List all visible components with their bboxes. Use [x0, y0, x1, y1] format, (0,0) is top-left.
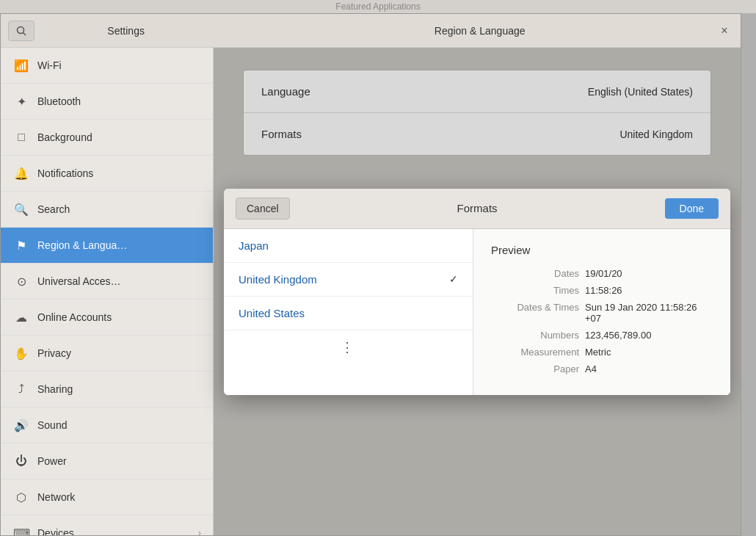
devices-icon: ⌨	[12, 524, 30, 535]
preview-val-1: 11:58:26	[585, 285, 622, 296]
preview-row-4: MeasurementMetric	[491, 347, 713, 358]
sidebar-item-label-background: Background	[37, 131, 92, 143]
dialog-preview: Preview Dates19/01/20Times11:58:26Dates …	[473, 229, 730, 395]
sidebar-item-label-bluetooth: Bluetooth	[37, 95, 81, 107]
sound-icon: 🔊	[12, 416, 30, 434]
main-content: LanguageEnglish (United States)FormatsUn…	[214, 48, 741, 535]
preview-key-5: Paper	[491, 363, 579, 374]
sharing-icon: ⤴	[12, 380, 30, 398]
sidebar-item-background[interactable]: □Background	[1, 120, 213, 156]
dialog-list-item-1[interactable]: United Kingdom✓	[224, 263, 473, 297]
preview-row-0: Dates19/01/20	[491, 268, 713, 279]
preview-key-2: Dates & Times	[491, 302, 579, 324]
preview-val-3: 123,456,789.00	[585, 330, 651, 341]
sidebar-item-label-network: Network	[37, 491, 75, 503]
sidebar-item-label-universal: Universal Acces…	[37, 275, 121, 287]
sidebar: 📶Wi-Fi✦Bluetooth□Background🔔Notification…	[1, 48, 214, 535]
chevron-right-icon: ›	[198, 528, 201, 535]
dialog-list-more-button[interactable]: ⋮	[224, 330, 473, 364]
wifi-icon: 📶	[12, 57, 30, 74]
sidebar-item-label-devices: Devices	[37, 527, 74, 535]
preview-row-3: Numbers123,456,789.00	[491, 330, 713, 341]
sidebar-item-universal[interactable]: ⊙Universal Acces…	[1, 264, 213, 300]
sidebar-item-wifi[interactable]: 📶Wi-Fi	[1, 48, 213, 84]
sidebar-item-label-privacy: Privacy	[37, 347, 71, 359]
title-bar: Settings Region & Language ×	[1, 14, 741, 48]
notifications-icon: 🔔	[12, 164, 30, 182]
preview-key-1: Times	[491, 285, 579, 296]
cancel-button[interactable]: Cancel	[236, 198, 290, 220]
dialog-list-item-label-0: Japan	[239, 239, 269, 252]
checkmark-icon: ✓	[449, 273, 458, 285]
sidebar-item-label-wifi: Wi-Fi	[37, 59, 62, 71]
preview-key-3: Numbers	[491, 330, 579, 341]
dialog-header: Cancel Formats Done	[224, 189, 730, 229]
network-icon: ⬡	[12, 488, 30, 506]
preview-row-2: Dates & TimesSun 19 Jan 2020 11:58:26 +0…	[491, 302, 713, 324]
top-bar: Featured Applications	[0, 0, 756, 13]
preview-row-5: PaperA4	[491, 363, 713, 374]
search-icon: 🔍	[12, 200, 30, 218]
dialog-title: Formats	[290, 202, 665, 214]
sidebar-item-search[interactable]: 🔍Search	[1, 192, 213, 228]
sidebar-item-label-sound: Sound	[37, 419, 67, 431]
preview-val-2: Sun 19 Jan 2020 11:58:26 +07	[585, 302, 713, 324]
dialog-overlay: Cancel Formats Done JapanUnited Kingdom✓…	[214, 48, 741, 535]
sidebar-item-power[interactable]: ⏻Power	[1, 443, 213, 479]
dialog-body: JapanUnited Kingdom✓United States⋮ Previ…	[224, 229, 730, 395]
preview-val-5: A4	[585, 363, 597, 374]
sidebar-item-label-sharing: Sharing	[37, 383, 73, 395]
bluetooth-icon: ✦	[12, 93, 30, 110]
dialog-list-item-0[interactable]: Japan	[224, 229, 473, 263]
sidebar-item-label-search: Search	[37, 203, 70, 215]
main-title: Region & Language	[244, 25, 716, 37]
sidebar-item-label-power: Power	[37, 455, 67, 467]
sidebar-item-sharing[interactable]: ⤴Sharing	[1, 372, 213, 408]
close-button[interactable]: ×	[716, 22, 733, 40]
settings-window: Settings Region & Language × 📶Wi-Fi✦Blue…	[0, 13, 741, 536]
done-button[interactable]: Done	[665, 198, 719, 219]
universal-icon: ⊙	[12, 272, 30, 290]
sidebar-item-privacy[interactable]: ✋Privacy	[1, 336, 213, 372]
sidebar-item-sound[interactable]: 🔊Sound	[1, 408, 213, 443]
dialog-list: JapanUnited Kingdom✓United States⋮	[224, 229, 473, 395]
sidebar-item-label-region: Region & Langua…	[37, 239, 127, 251]
preview-key-4: Measurement	[491, 347, 579, 358]
sidebar-item-label-notifications: Notifications	[37, 167, 93, 179]
background-icon: □	[12, 128, 30, 146]
preview-val-0: 19/01/20	[585, 268, 622, 279]
sidebar-item-devices[interactable]: ⌨Devices›	[1, 515, 213, 535]
dialog-list-item-2[interactable]: United States	[224, 297, 473, 330]
top-bar-label: Featured Applications	[335, 1, 420, 12]
dialog-list-item-label-1: United Kingdom	[239, 273, 317, 286]
sidebar-item-notifications[interactable]: 🔔Notifications	[1, 156, 213, 192]
preview-val-4: Metric	[585, 347, 611, 358]
sidebar-item-online-accounts[interactable]: ☁Online Accounts	[1, 300, 213, 336]
sidebar-item-label-online-accounts: Online Accounts	[37, 311, 112, 323]
preview-title: Preview	[491, 244, 713, 256]
privacy-icon: ✋	[12, 344, 30, 362]
online-accounts-icon: ☁	[12, 308, 30, 326]
dialog: Cancel Formats Done JapanUnited Kingdom✓…	[224, 189, 730, 395]
preview-row-1: Times11:58:26	[491, 285, 713, 296]
power-icon: ⏻	[12, 452, 30, 470]
region-icon: ⚑	[12, 236, 30, 254]
preview-key-0: Dates	[491, 268, 579, 279]
sidebar-item-network[interactable]: ⬡Network	[1, 479, 213, 515]
content-area: 📶Wi-Fi✦Bluetooth□Background🔔Notification…	[1, 48, 741, 535]
dialog-list-item-label-2: United States	[239, 307, 305, 319]
sidebar-item-region[interactable]: ⚑Region & Langua…	[1, 228, 213, 264]
sidebar-item-bluetooth[interactable]: ✦Bluetooth	[1, 84, 213, 120]
sidebar-title: Settings	[8, 25, 244, 37]
